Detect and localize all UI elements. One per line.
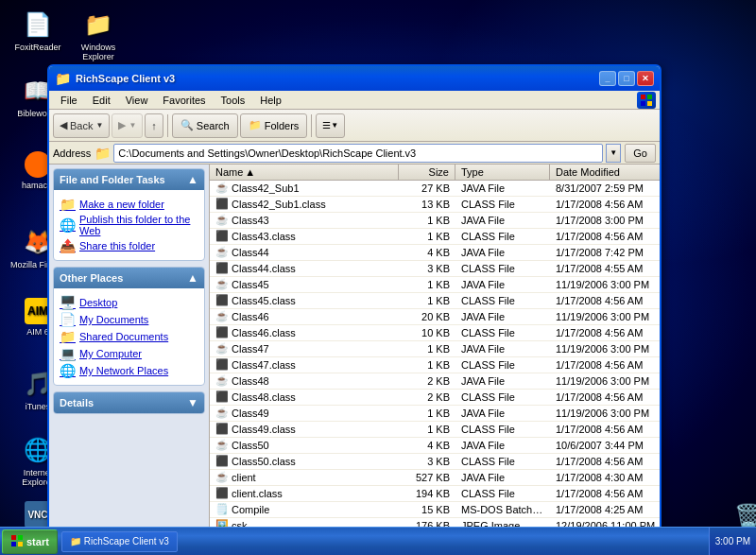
- file-date: 1/17/2008 3:00 PM: [550, 214, 660, 227]
- desktop: 📄 FoxitReader 📁 Windows Explorer 📖 Bible…: [0, 0, 756, 555]
- file-type-icon: ☕: [215, 246, 229, 259]
- file-date: 11/19/2006 3:00 PM: [550, 342, 660, 356]
- svg-rect-5: [18, 535, 23, 540]
- other-places-title: Other Places: [60, 272, 123, 284]
- table-row[interactable]: ⬛ Class44.class 3 KB CLASS File 1/17/200…: [210, 261, 660, 277]
- table-row[interactable]: ☕ Class45 1 KB JAVA File 11/19/2006 3:00…: [210, 277, 660, 293]
- address-input-container[interactable]: [113, 144, 603, 163]
- table-row[interactable]: ⬛ Class42_Sub1.class 13 KB CLASS File 1/…: [210, 197, 660, 213]
- folders-button[interactable]: 📁 Folders: [240, 113, 308, 138]
- minimize-button[interactable]: _: [599, 71, 616, 86]
- table-row[interactable]: ☕ Class47 1 KB JAVA File 11/19/2006 3:00…: [210, 341, 660, 357]
- toolbar-separator-2: [311, 114, 312, 137]
- file-type-icon: 🗒️: [215, 503, 229, 516]
- file-name: ☕ Class48: [210, 373, 399, 389]
- go-button[interactable]: Go: [625, 144, 656, 163]
- file-size: 1 KB: [399, 278, 455, 291]
- table-row[interactable]: ⬛ Class45.class 1 KB CLASS File 1/17/200…: [210, 293, 660, 309]
- file-type-icon: ⬛: [215, 198, 229, 211]
- table-row[interactable]: ⬛ Class50.class 3 KB CLASS File 1/17/200…: [210, 454, 660, 470]
- views-button[interactable]: ☰ ▼: [316, 113, 345, 138]
- file-size: 2 KB: [399, 374, 455, 388]
- shared-documents-link[interactable]: 📁 Shared Documents: [60, 328, 198, 345]
- maximize-button[interactable]: □: [618, 71, 635, 86]
- details-section: Details ▼: [53, 391, 205, 414]
- menu-view[interactable]: View: [118, 94, 156, 107]
- file-date: 1/17/2008 4:55 AM: [550, 262, 660, 275]
- details-header[interactable]: Details ▼: [54, 392, 204, 413]
- table-row[interactable]: ☕ Class43 1 KB JAVA File 1/17/2008 3:00 …: [210, 213, 660, 229]
- taskbar-explorer-item[interactable]: 📁 RichScape Client v3: [61, 531, 178, 552]
- file-list[interactable]: Name ▲ Size Type Date Modified: [210, 165, 660, 535]
- address-dropdown-button[interactable]: ▼: [606, 144, 621, 163]
- file-type: CLASS File: [455, 294, 550, 307]
- up-button[interactable]: ↑: [145, 113, 163, 138]
- table-row[interactable]: ☕ Class46 20 KB JAVA File 11/19/2006 3:0…: [210, 309, 660, 325]
- other-places-header[interactable]: Other Places ▲: [54, 268, 204, 288]
- column-name-header[interactable]: Name ▲: [210, 165, 399, 180]
- left-panel: File and Folder Tasks ▲ 📁 Make a new fol…: [49, 165, 210, 535]
- table-row[interactable]: ⬛ Class43.class 1 KB CLASS File 1/17/200…: [210, 229, 660, 245]
- menu-favorites[interactable]: Favorites: [155, 94, 213, 107]
- file-name: ☕ client: [210, 470, 399, 485]
- menu-file[interactable]: File: [53, 94, 85, 107]
- other-places-toggle[interactable]: ▲: [187, 271, 198, 285]
- file-size: 20 KB: [399, 310, 455, 323]
- table-row[interactable]: ⬛ Class46.class 10 KB CLASS File 1/17/20…: [210, 325, 660, 341]
- file-size: 13 KB: [399, 198, 455, 211]
- foxit-icon: 📄: [23, 9, 53, 40]
- menu-edit[interactable]: Edit: [85, 94, 118, 107]
- views-icon: ☰: [322, 120, 331, 130]
- address-label: Address: [53, 147, 91, 159]
- search-button[interactable]: 🔍 Search: [172, 113, 238, 138]
- back-button[interactable]: ◀ Back ▼: [53, 113, 110, 138]
- desktop-link[interactable]: 🖥️ Desktop: [60, 294, 198, 311]
- taskbar: start 📁 RichScape Client v3 3:00 PM: [0, 527, 756, 555]
- file-size: 1 KB: [399, 230, 455, 243]
- table-row[interactable]: ☕ Class48 2 KB JAVA File 11/19/2006 3:00…: [210, 373, 660, 390]
- table-row[interactable]: 🗒️ Compile 15 KB MS-DOS Batch File 1/17/…: [210, 502, 660, 518]
- my-documents-link[interactable]: 📄 My Documents: [60, 311, 198, 328]
- svg-rect-2: [641, 101, 645, 106]
- taskbar-tasks: 📁 RichScape Client v3: [58, 531, 709, 552]
- file-folder-tasks-toggle[interactable]: ▲: [187, 173, 198, 186]
- column-size-header[interactable]: Size: [399, 165, 455, 180]
- desktop-icon-foxit[interactable]: 📄 FoxitReader: [8, 9, 68, 52]
- table-row[interactable]: ⬛ client.class 194 KB CLASS File 1/17/20…: [210, 486, 660, 502]
- table-row[interactable]: ☕ Class49 1 KB JAVA File 11/19/2006 3:00…: [210, 406, 660, 422]
- table-row[interactable]: ☕ Class50 4 KB JAVA File 10/6/2007 3:44 …: [210, 438, 660, 454]
- windows-logo-icon: [10, 534, 24, 549]
- file-size: 1 KB: [399, 423, 455, 436]
- column-date-header[interactable]: Date Modified: [550, 165, 660, 180]
- file-name: ☕ Class42_Sub1: [210, 181, 399, 196]
- my-computer-link[interactable]: 💻 My Computer: [60, 345, 198, 362]
- desktop-icon-windows-explorer[interactable]: 📁 Windows Explorer: [68, 9, 129, 61]
- column-type-header[interactable]: Type: [455, 165, 550, 180]
- table-row[interactable]: ☕ Class42_Sub1 27 KB JAVA File 8/31/2007…: [210, 181, 660, 197]
- file-date: 1/17/2008 4:56 AM: [550, 198, 660, 211]
- table-row[interactable]: ⬛ Class48.class 2 KB CLASS File 1/17/200…: [210, 390, 660, 406]
- window-icon: 📁: [55, 71, 70, 86]
- file-folder-tasks-header[interactable]: File and Folder Tasks ▲: [54, 169, 204, 190]
- my-network-link[interactable]: 🌐 My Network Places: [60, 362, 198, 379]
- forward-button[interactable]: ▶ ▼: [112, 113, 143, 138]
- publish-folder-link[interactable]: 🌐 Publish this folder to the Web: [60, 213, 198, 237]
- file-type: JAVA File: [455, 182, 550, 195]
- start-button[interactable]: start: [2, 529, 58, 554]
- file-size: 1 KB: [399, 358, 455, 372]
- details-toggle[interactable]: ▼: [187, 396, 198, 409]
- taskbar-item-icon: 📁: [70, 536, 81, 546]
- table-row[interactable]: ☕ Class44 4 KB JAVA File 1/17/2008 7:42 …: [210, 245, 660, 261]
- make-new-folder-link[interactable]: 📁 Make a new folder: [60, 196, 198, 213]
- file-type-icon: ⬛: [215, 262, 229, 275]
- menu-tools[interactable]: Tools: [214, 94, 253, 107]
- share-folder-link[interactable]: 📤 Share this folder: [60, 237, 198, 254]
- file-type: CLASS File: [455, 455, 550, 468]
- table-row[interactable]: ☕ client 527 KB JAVA File 1/17/2008 4:30…: [210, 470, 660, 486]
- table-row[interactable]: ⬛ Class47.class 1 KB CLASS File 1/17/200…: [210, 357, 660, 373]
- close-button[interactable]: ✕: [637, 71, 654, 86]
- table-row[interactable]: ⬛ Class49.class 1 KB CLASS File 1/17/200…: [210, 422, 660, 438]
- file-date: 1/17/2008 4:56 AM: [550, 423, 660, 436]
- address-input[interactable]: [118, 147, 598, 159]
- menu-help[interactable]: Help: [252, 94, 289, 107]
